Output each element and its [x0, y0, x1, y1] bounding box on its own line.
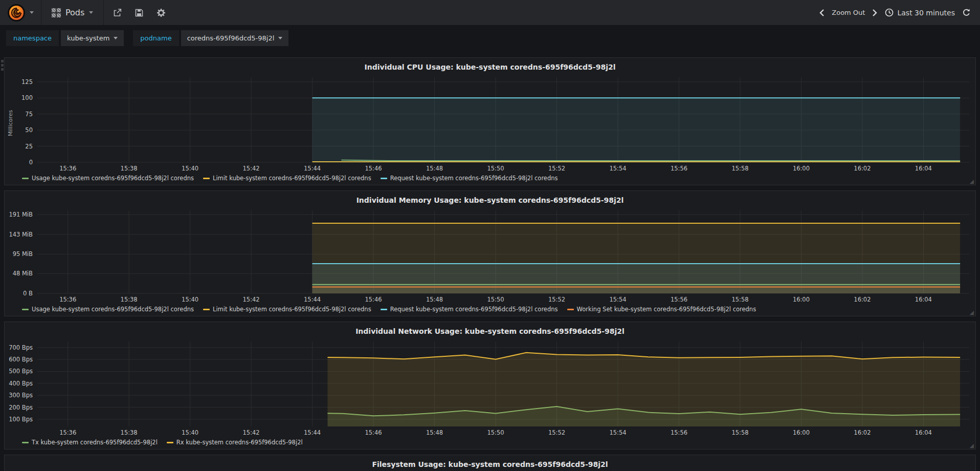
refresh-icon[interactable] [962, 8, 971, 17]
grafana-menu[interactable] [0, 0, 41, 25]
svg-text:15:44: 15:44 [304, 429, 321, 436]
svg-text:15:52: 15:52 [548, 296, 565, 303]
time-range-picker[interactable]: Last 30 minutes [885, 8, 955, 17]
svg-text:100: 100 [21, 94, 33, 101]
svg-text:15:50: 15:50 [487, 296, 504, 303]
svg-text:15:56: 15:56 [671, 296, 687, 303]
svg-text:15:46: 15:46 [365, 429, 382, 436]
svg-text:15:40: 15:40 [182, 296, 198, 303]
graph-plot-area[interactable]: 025507510012515:3615:3815:4015:4215:4415… [5, 74, 975, 174]
legend-item[interactable]: Request kube-system coredns-695f96dcd5-9… [381, 175, 558, 182]
variable-namespace-value-dropdown[interactable]: kube-system [61, 30, 124, 46]
legend-series-color-icon [381, 178, 387, 179]
legend-item[interactable]: Tx kube-system coredns-695f96dcd5-98j2l [22, 439, 158, 446]
share-icon[interactable] [113, 8, 122, 17]
svg-text:15:38: 15:38 [121, 296, 138, 303]
legend-item[interactable]: Request kube-system coredns-695f96dcd5-9… [381, 306, 558, 313]
legend-item[interactable]: Usage kube-system coredns-695f96dcd5-98j… [22, 306, 194, 313]
svg-text:16:02: 16:02 [854, 429, 871, 436]
panel-1: Individual CPU Usage: kube-system coredn… [4, 57, 976, 185]
svg-text:0: 0 [29, 159, 33, 166]
svg-text:15:40: 15:40 [182, 429, 198, 436]
legend-series-color-icon [567, 309, 574, 310]
variable-namespace: namespace kube-system [6, 30, 124, 50]
svg-text:16:04: 16:04 [915, 296, 932, 303]
time-range-label: Last 30 minutes [897, 9, 955, 17]
svg-text:75: 75 [25, 111, 33, 118]
legend-item[interactable]: Usage kube-system coredns-695f96dcd5-98j… [22, 175, 194, 182]
legend-series-color-icon [203, 178, 210, 179]
panel-2: Individual Memory Usage: kube-system cor… [4, 190, 976, 316]
legend-item[interactable]: Limit kube-system coredns-695f96dcd5-98j… [203, 306, 371, 313]
legend-series-label: Limit kube-system coredns-695f96dcd5-98j… [213, 306, 371, 313]
graph-plot-area[interactable]: 100 Bps200 Bps300 Bps400 Bps500 Bps600 B… [5, 338, 975, 438]
grafana-logo-button[interactable] [7, 4, 34, 22]
legend-item[interactable]: Working Set kube-system coredns-695f96dc… [567, 306, 756, 313]
svg-text:300 Bps: 300 Bps [9, 392, 33, 399]
svg-text:16:02: 16:02 [854, 296, 871, 303]
legend-series-label: Request kube-system coredns-695f96dcd5-9… [390, 175, 558, 182]
svg-text:15:36: 15:36 [59, 429, 76, 436]
panel-3: Individual Network Usage: kube-system co… [4, 322, 976, 449]
svg-text:15:50: 15:50 [487, 165, 504, 172]
svg-text:191 MiB: 191 MiB [9, 211, 33, 218]
legend-series-label: Usage kube-system coredns-695f96dcd5-98j… [32, 306, 194, 313]
svg-text:15:52: 15:52 [548, 429, 565, 436]
panel-title[interactable]: Filesystem Usage: kube-system coredns-69… [5, 458, 975, 471]
svg-text:15:48: 15:48 [426, 296, 443, 303]
legend-series-label: Usage kube-system coredns-695f96dcd5-98j… [32, 175, 194, 182]
svg-text:48 MiB: 48 MiB [13, 270, 33, 277]
variable-podname-value-dropdown[interactable]: coredns-695f96dcd5-98j2l [181, 30, 289, 46]
dashboard-picker[interactable]: Pods [49, 8, 96, 17]
panel-title[interactable]: Individual CPU Usage: kube-system coredn… [5, 61, 975, 74]
svg-text:16:04: 16:04 [915, 165, 932, 172]
navbar: Pods Zoom Out [0, 0, 980, 26]
panel-resize-handle[interactable]: ◢ [970, 179, 974, 184]
zoom-out-button[interactable]: Zoom Out [832, 9, 865, 16]
chevron-down-icon [114, 37, 118, 39]
svg-text:0 B: 0 B [23, 290, 33, 297]
svg-text:15:44: 15:44 [304, 296, 321, 303]
legend-series-label: Tx kube-system coredns-695f96dcd5-98j2l [32, 439, 158, 446]
svg-text:15:58: 15:58 [731, 296, 748, 303]
svg-text:15:38: 15:38 [121, 429, 138, 436]
panel-title[interactable]: Individual Memory Usage: kube-system cor… [5, 194, 975, 207]
svg-text:100 Bps: 100 Bps [9, 416, 33, 423]
panel-resize-handle[interactable]: ◢ [970, 443, 974, 448]
dashboard-toolbar [104, 0, 175, 25]
chevron-down-icon [278, 37, 282, 39]
time-shift-right-icon[interactable] [872, 9, 878, 17]
svg-text:143 MiB: 143 MiB [9, 231, 33, 238]
time-shift-left-icon[interactable] [819, 9, 825, 17]
legend-series-color-icon [167, 442, 173, 443]
variable-podname-label: podname [133, 30, 179, 46]
legend-series-color-icon [381, 309, 387, 310]
y-axis-unit-label: Millicores [7, 110, 14, 136]
svg-text:25: 25 [25, 143, 33, 150]
svg-text:500 Bps: 500 Bps [9, 368, 33, 375]
legend: Tx kube-system coredns-695f96dcd5-98j2lR… [5, 438, 975, 449]
svg-text:15:54: 15:54 [609, 429, 626, 436]
legend-series-label: Request kube-system coredns-695f96dcd5-9… [390, 306, 558, 313]
svg-text:15:36: 15:36 [59, 165, 76, 172]
row-drag-handle[interactable] [1, 60, 4, 71]
svg-text:15:50: 15:50 [487, 429, 504, 436]
time-controls: Zoom Out Last 30 minutes [810, 0, 980, 25]
save-icon[interactable] [135, 9, 143, 17]
gear-icon[interactable] [157, 8, 166, 17]
dashboard-picker-section: Pods [41, 0, 104, 25]
legend-item[interactable]: Rx kube-system coredns-695f96dcd5-98j2l [167, 439, 303, 446]
grafana-logo-icon [7, 4, 26, 22]
legend-item[interactable]: Limit kube-system coredns-695f96dcd5-98j… [203, 175, 371, 182]
svg-text:15:42: 15:42 [243, 296, 260, 303]
legend-series-color-icon [22, 309, 29, 310]
graph-plot-area[interactable]: 0 B48 MiB95 MiB143 MiB191 MiB15:3615:381… [5, 207, 975, 305]
panel-resize-handle[interactable]: ◢ [970, 310, 974, 315]
series-fill [313, 287, 961, 293]
panel-4: Filesystem Usage: kube-system coredns-69… [4, 455, 976, 471]
svg-text:50: 50 [25, 126, 33, 134]
legend-series-color-icon [22, 442, 29, 443]
panel-title[interactable]: Individual Network Usage: kube-system co… [5, 325, 975, 338]
series-fill [327, 353, 960, 426]
svg-text:15:58: 15:58 [731, 429, 748, 436]
